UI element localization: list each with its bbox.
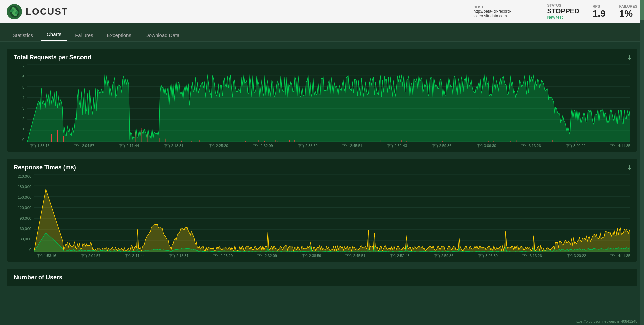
rps-x-axis: 下午1:53:16 下午2:04:57 下午2:11:44 下午2:18:31 … [14,143,630,148]
rt-chart-container: Response Times (ms) ⬇ 210,000 180,000 15… [7,159,637,262]
logo-icon [7,4,22,19]
nav-failures[interactable]: Failures [69,29,99,41]
rps-value: 1.9 [593,8,606,19]
header-right: HOST http://beta-idr-record-video.situda… [473,3,637,20]
scrollbar[interactable] [640,0,644,325]
host-label: HOST [473,5,534,9]
failures-value: 1% [619,8,637,19]
status-stat: STATUS STOPPED New test [547,3,579,20]
logo-area: LOCUST [7,4,68,19]
new-test-link[interactable]: New test [547,15,579,20]
rt-x-axis: 下午1:53:16 下午2:04:57 下午2:11:44 下午2:18:31 … [14,253,630,258]
main-content: Total Requests per Second ⬇ 7 6 5 4 3 2 … [0,42,644,293]
footer-link: https://blog.csdn.net/weixin_40841248 [575,319,637,323]
nav-charts[interactable]: Charts [41,28,67,41]
rps-label: RPS [593,4,606,8]
nav-statistics[interactable]: Statistics [7,29,39,41]
rps-chart-container: Total Requests per Second ⬇ 7 6 5 4 3 2 … [7,49,637,152]
status-value: STOPPED [547,7,579,15]
scrollbar-thumb[interactable] [640,0,644,20]
rt-canvas [34,174,630,252]
host-value: http://beta-idr-record-video.situdata.co… [473,9,534,18]
rps-canvas [27,64,630,142]
status-label: STATUS [547,3,579,7]
rps-y-axis: 7 6 5 4 3 2 1 0 [14,64,27,142]
logo-text: LOCUST [25,6,68,17]
failures-label: FAILURES [619,4,637,8]
rt-download-button[interactable]: ⬇ [627,164,632,171]
rps-download-button[interactable]: ⬇ [627,54,632,61]
nav-download-data[interactable]: Download Data [139,29,186,41]
nav-exceptions[interactable]: Exceptions [101,29,138,41]
header: LOCUST HOST http://beta-idr-record-video… [0,0,644,23]
failures-stat: FAILURES 1% [619,4,637,19]
rps-chart-title: Total Requests per Second [14,54,630,61]
rps-stat: RPS 1.9 [593,4,606,19]
users-chart-container: Number of Users [7,269,637,286]
rt-y-axis: 210,000 180,000 150,000 120,000 90,000 6… [14,174,34,252]
rt-chart-title: Response Times (ms) [14,164,630,171]
users-chart-title: Number of Users [14,274,630,281]
nav: Statistics Charts Failures Exceptions Do… [0,23,644,42]
host-stat: HOST http://beta-idr-record-video.situda… [473,5,534,18]
